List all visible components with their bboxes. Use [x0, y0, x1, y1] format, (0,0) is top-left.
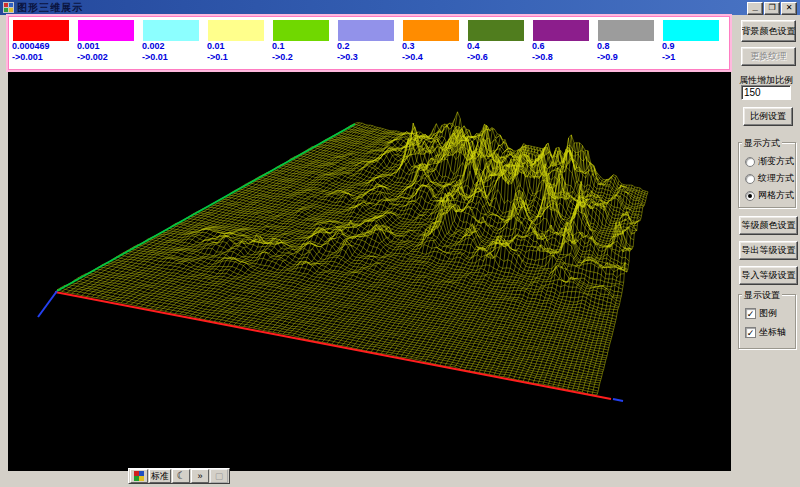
radio-icon[interactable] [745, 174, 755, 184]
display-mode-option[interactable]: 渐变方式 [745, 155, 794, 168]
scale-value-input[interactable]: 150 [741, 85, 791, 100]
legend-item: 0.8->0.9 [595, 20, 660, 63]
legend-range-to: ->0.8 [532, 52, 595, 63]
pan-button[interactable]: » [191, 469, 209, 483]
colors-icon [134, 471, 144, 481]
legend-range-to: ->0.002 [77, 52, 140, 63]
radio-label: 纹理方式 [758, 172, 794, 185]
legend-range-to: ->0.001 [12, 52, 75, 63]
legend-swatch [78, 20, 134, 41]
pan-icon: » [197, 471, 202, 481]
legend-range-from: 0.01 [207, 41, 270, 52]
window-title: 图形三维展示 [17, 0, 83, 15]
legend-range-to: ->0.2 [272, 52, 335, 63]
legend-range-to: ->0.3 [337, 52, 400, 63]
legend-swatch [468, 20, 524, 41]
legend-item: 0.9->1 [660, 20, 725, 63]
radio-icon[interactable] [745, 191, 755, 201]
legend-swatch [338, 20, 394, 41]
legend-swatch [208, 20, 264, 41]
display-mode-title: 显示方式 [742, 137, 782, 150]
display-settings-title: 显示设置 [742, 289, 782, 302]
legend-range-from: 0.1 [272, 41, 335, 52]
close-button[interactable]: ✕ [781, 2, 797, 15]
legend-range-to: ->0.1 [207, 52, 270, 63]
legend-range-from: 0.3 [402, 41, 465, 52]
app-icon [3, 2, 14, 13]
level-color-button[interactable]: 等级颜色设置 [739, 216, 798, 235]
minimize-button[interactable]: ＿ [747, 2, 763, 15]
display-mode-option[interactable]: 纹理方式 [745, 172, 794, 185]
legend-item: 0.001->0.002 [75, 20, 140, 63]
terrain-mesh-canvas[interactable] [8, 72, 731, 471]
sidebar: 背景颜色设置 更换纹理 属性增加比例 150 比例设置 显示方式 渐变方式纹理方… [733, 15, 800, 487]
legend-range-from: 0.4 [467, 41, 530, 52]
legend-range-to: ->0.9 [597, 52, 660, 63]
legend-swatch [273, 20, 329, 41]
legend-range-from: 0.9 [662, 41, 725, 52]
legend-item: 0.1->0.2 [270, 20, 335, 63]
scale-setting-button[interactable]: 比例设置 [743, 107, 793, 126]
display-setting-option[interactable]: ✓图例 [745, 307, 777, 320]
legend-item: 0.002->0.01 [140, 20, 205, 63]
maximize-button[interactable]: ❐ [764, 2, 780, 15]
legend-swatch [403, 20, 459, 41]
bottom-toolbar: 标准 ☾ » ▢ [128, 468, 230, 484]
radio-icon[interactable] [745, 157, 755, 167]
legend-item: 0.4->0.6 [465, 20, 530, 63]
legend-swatch [598, 20, 654, 41]
legend-item: 0.000469->0.001 [10, 20, 75, 63]
rotate-button[interactable]: ☾ [172, 469, 190, 483]
legend-range-to: ->0.01 [142, 52, 205, 63]
legend-range-to: ->0.6 [467, 52, 530, 63]
legend-range-to: ->0.4 [402, 52, 465, 63]
moon-rotate-icon: ☾ [177, 471, 186, 481]
legend-range-from: 0.000469 [12, 41, 75, 52]
legend-swatch [663, 20, 719, 41]
title-bar[interactable]: 图形三维展示 ＿ ❐ ✕ [0, 0, 800, 15]
legend-range-from: 0.2 [337, 41, 400, 52]
app-window: { "window": { "title": "图形三维展示", "contro… [0, 0, 800, 487]
standard-view-label: 标准 [151, 471, 169, 481]
legend-range-from: 0.6 [532, 41, 595, 52]
legend-item: 0.6->0.8 [530, 20, 595, 63]
checkbox-label: 坐标轴 [759, 326, 786, 339]
legend-swatch [143, 20, 199, 41]
legend-item: 0.01->0.1 [205, 20, 270, 63]
legend-swatch [533, 20, 589, 41]
checkbox-icon[interactable]: ✓ [745, 308, 756, 319]
checkbox-label: 图例 [759, 307, 777, 320]
viewport-3d[interactable] [8, 72, 731, 471]
export-level-button[interactable]: 导出等级设置 [739, 241, 798, 260]
legend-item: 0.2->0.3 [335, 20, 400, 63]
legend-range-from: 0.001 [77, 41, 140, 52]
standard-view-button[interactable]: 标准 [149, 469, 171, 483]
grid-toggle-button[interactable]: ▢ [210, 469, 228, 483]
display-mode-group: 显示方式 渐变方式纹理方式网格方式 [738, 142, 796, 208]
palette-button[interactable] [130, 469, 148, 483]
import-level-button[interactable]: 导入等级设置 [739, 266, 798, 285]
legend-swatch [13, 20, 69, 41]
legend-item: 0.3->0.4 [400, 20, 465, 63]
legend-range-from: 0.002 [142, 41, 205, 52]
display-mode-option[interactable]: 网格方式 [745, 189, 794, 202]
radio-label: 渐变方式 [758, 155, 794, 168]
display-settings-group: 显示设置 ✓图例✓坐标轴 [738, 294, 796, 349]
legend-range-from: 0.8 [597, 41, 660, 52]
color-legend: 0.000469->0.0010.001->0.0020.002->0.010.… [8, 16, 730, 70]
radio-label: 网格方式 [758, 189, 794, 202]
display-setting-option[interactable]: ✓坐标轴 [745, 326, 786, 339]
grid-icon: ▢ [215, 471, 224, 481]
checkbox-icon[interactable]: ✓ [745, 327, 756, 338]
change-texture-button: 更换纹理 [741, 47, 796, 66]
background-color-button[interactable]: 背景颜色设置 [741, 20, 796, 42]
legend-range-to: ->1 [662, 52, 725, 63]
